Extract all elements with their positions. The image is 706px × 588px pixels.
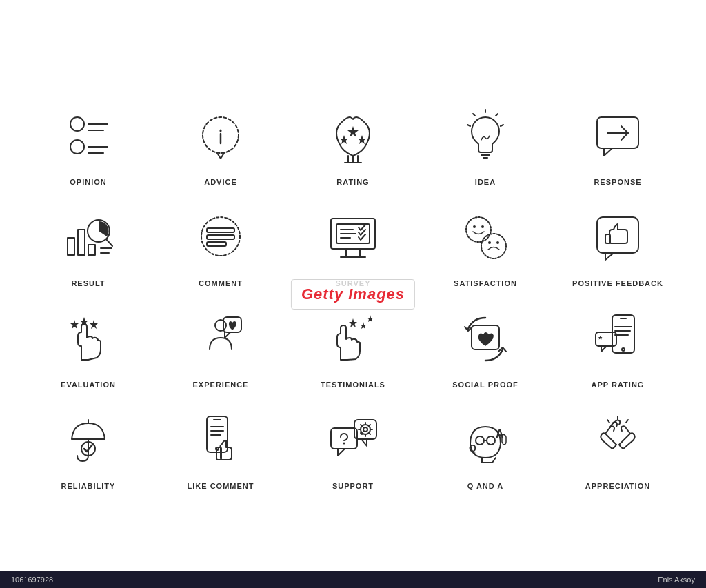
svg-marker-54	[70, 320, 79, 329]
rating-label: RATING	[336, 178, 369, 186]
icon-item-comment: COMMENT	[154, 196, 287, 291]
svg-rect-51	[597, 217, 638, 253]
svg-line-90	[361, 425, 362, 426]
idea-icon	[451, 102, 520, 171]
app-rating-label: APP RATING	[592, 381, 645, 389]
svg-text:A: A	[496, 428, 504, 440]
support-icon	[319, 406, 387, 475]
satisfaction-icon	[451, 203, 520, 272]
icon-item-survey: SURVEY	[287, 196, 419, 291]
svg-line-100	[626, 420, 628, 423]
svg-point-0	[70, 117, 84, 131]
svg-rect-35	[207, 235, 234, 239]
survey-icon	[319, 203, 387, 272]
icon-item-rating: RATING	[287, 95, 419, 190]
satisfaction-label: SATISFACTION	[454, 279, 517, 287]
icon-item-appreciation: APPRECIATION	[552, 399, 684, 494]
icon-item-evaluation: EVALUATION	[22, 298, 154, 392]
svg-point-94	[476, 436, 484, 445]
icon-item-experience: EXPERIENCE	[154, 298, 287, 392]
rating-icon	[319, 102, 387, 171]
svg-marker-59	[349, 318, 357, 327]
svg-line-30	[106, 239, 112, 246]
svg-rect-81	[331, 428, 357, 449]
svg-marker-10	[340, 135, 348, 144]
svg-line-101	[607, 420, 609, 423]
icon-item-q-and-a: A Q Q AND A	[419, 399, 552, 494]
positive-feedback-label: POSITIVE FEEDBACK	[572, 279, 663, 287]
icon-item-positive-feedback: POSITIVE FEEDBACK	[552, 196, 684, 291]
positive-feedback-icon	[583, 203, 652, 272]
svg-marker-67	[598, 336, 603, 340]
svg-point-46	[473, 225, 476, 228]
icon-item-opinion: OPINION	[22, 95, 154, 190]
svg-point-45	[466, 217, 491, 242]
opinion-label: OPINION	[70, 178, 106, 186]
response-label: RESPONSE	[594, 178, 641, 186]
reliability-label: RELIABILITY	[61, 482, 116, 490]
watermark-logo: Getty Images	[301, 285, 405, 303]
testimonials-icon	[319, 305, 387, 374]
svg-rect-34	[207, 228, 234, 232]
svg-rect-28	[88, 245, 95, 255]
svg-line-93	[361, 433, 362, 434]
stock-id: 1061697928	[11, 576, 53, 584]
svg-point-50	[496, 241, 499, 244]
svg-point-57	[215, 320, 226, 331]
evaluation-icon	[54, 305, 123, 374]
reliability-icon	[54, 406, 123, 475]
icon-item-result: RESULT	[22, 196, 154, 291]
social-proof-label: SOCIAL PROOF	[452, 381, 518, 389]
testimonials-label: TESTIMONIALS	[321, 381, 385, 389]
app-rating-icon	[583, 305, 652, 374]
svg-line-92	[369, 425, 370, 426]
appreciation-label: APPRECIATION	[585, 482, 650, 490]
svg-point-47	[481, 225, 484, 228]
evaluation-label: EVALUATION	[61, 381, 116, 389]
result-label: RESULT	[71, 279, 105, 287]
svg-point-65	[622, 348, 625, 351]
svg-point-49	[488, 241, 491, 244]
q-and-a-label: Q AND A	[467, 482, 504, 490]
result-icon	[54, 203, 123, 272]
svg-line-22	[473, 114, 475, 116]
svg-marker-61	[367, 315, 374, 322]
svg-point-85	[363, 427, 367, 432]
icon-item-advice: ADVICE	[154, 95, 287, 190]
social-proof-icon	[451, 305, 520, 374]
icon-item-response: RESPONSE	[552, 95, 684, 190]
icon-item-testimonials: TESTIMONIALS	[287, 298, 419, 392]
svg-line-23	[467, 125, 470, 126]
svg-rect-36	[207, 242, 226, 246]
svg-point-82	[343, 442, 345, 444]
like-comment-icon	[186, 406, 255, 475]
advice-icon	[186, 102, 255, 171]
experience-label: EXPERIENCE	[193, 381, 249, 389]
icon-item-satisfaction: SATISFACTION	[419, 196, 552, 291]
svg-line-91	[369, 433, 370, 434]
author-name: Enis Aksoy	[658, 576, 695, 584]
svg-point-48	[481, 234, 506, 258]
response-icon	[583, 102, 652, 171]
icon-item-social-proof: SOCIAL PROOF	[419, 298, 552, 392]
svg-marker-56	[90, 320, 98, 329]
like-comment-label: LIKE COMMENT	[188, 482, 254, 490]
svg-line-21	[501, 125, 503, 126]
opinion-icon	[54, 102, 123, 171]
idea-label: IDEA	[475, 178, 496, 186]
comment-icon	[186, 203, 255, 272]
svg-marker-11	[358, 135, 366, 144]
svg-marker-60	[360, 322, 367, 329]
advice-label: ADVICE	[204, 178, 237, 186]
footer-bar: 1061697928 Enis Aksoy	[0, 571, 706, 588]
appreciation-icon	[583, 406, 652, 475]
experience-icon	[186, 305, 255, 374]
q-and-a-icon: A Q	[451, 406, 520, 475]
icon-item-idea: IDEA	[419, 95, 552, 190]
svg-rect-66	[596, 332, 616, 346]
watermark: Getty Images	[291, 279, 415, 310]
svg-line-20	[496, 114, 498, 116]
support-label: SUPPORT	[332, 482, 374, 490]
svg-point-1	[70, 140, 84, 154]
icon-item-support: SUPPORT	[287, 399, 419, 494]
